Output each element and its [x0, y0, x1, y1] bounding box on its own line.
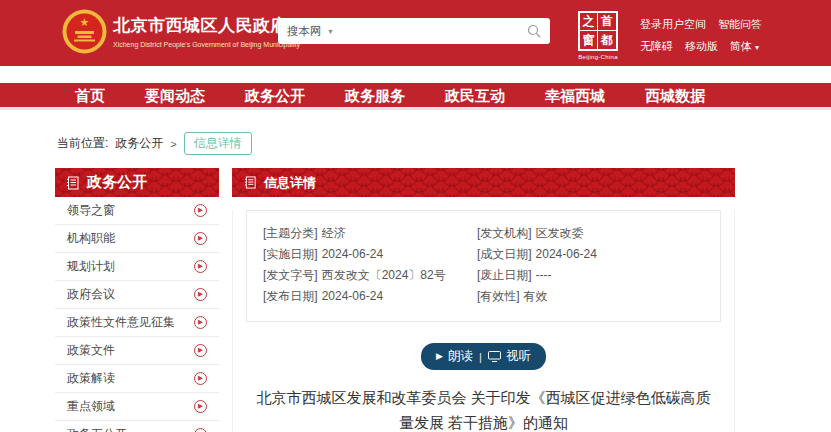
- meta-value: 2024-06-24: [322, 247, 383, 261]
- breadcrumb-current-tag: 信息详情: [184, 132, 252, 155]
- chevron-down-icon: ▾: [755, 43, 759, 52]
- play-circle-icon: ▶: [194, 400, 207, 413]
- document-icon: [244, 176, 257, 189]
- play-circle-icon: ▶: [194, 372, 207, 385]
- site-subtitle: Xicheng District People's Government of …: [113, 41, 283, 48]
- language-label: 简体: [730, 40, 752, 52]
- meta-label: [发文机构]: [477, 226, 532, 240]
- meta-label: [发布日期]: [263, 289, 318, 303]
- nav-item-gov-services[interactable]: 政务服务: [345, 87, 405, 106]
- nav-item-xicheng-data[interactable]: 西城数据: [645, 87, 705, 106]
- monitor-icon: [488, 351, 501, 362]
- meta-value: 西发改文〔2024〕82号: [322, 268, 446, 282]
- sidebar-item-policy-draft-comments[interactable]: 政策性文件意见征集▶: [55, 309, 219, 337]
- breadcrumb-prefix: 当前位置:: [57, 135, 108, 152]
- national-emblem-logo: ★: [62, 9, 107, 54]
- seal-char: 首: [598, 13, 616, 31]
- sidebar-title: 政务公开: [87, 173, 147, 192]
- meta-label: [主题分类]: [263, 226, 318, 240]
- seal-char: 之: [580, 13, 598, 31]
- meta-value: 2024-06-24: [536, 247, 597, 261]
- nav-item-interaction[interactable]: 政民互动: [445, 87, 505, 106]
- sidebar-item-org-functions[interactable]: 机构职能▶: [55, 225, 219, 253]
- panel-header: 信息详情: [232, 168, 735, 197]
- breadcrumb-section-link[interactable]: 政务公开: [115, 135, 163, 152]
- meta-right-column: [发文机构]区发改委 [成文日期]2024-06-24 [废止日期]---- […: [477, 223, 704, 307]
- sidebar-header: 政务公开: [55, 168, 219, 197]
- play-circle-icon: ▶: [194, 288, 207, 301]
- accessibility-link[interactable]: 无障碍: [640, 39, 673, 54]
- search-bar: 搜本网 ▾: [278, 18, 550, 44]
- article-title: 北京市西城区发展和改革委员会 关于印发《西城区促进绿色低碳高质量发展 若干措施》…: [255, 385, 712, 432]
- seal-caption: Beijing-China: [574, 54, 622, 60]
- sidebar-item-plans[interactable]: 规划计划▶: [55, 253, 219, 281]
- play-icon: ▶: [436, 352, 443, 361]
- svg-text:★: ★: [80, 16, 90, 28]
- sidebar-item-policy-interpretation[interactable]: 政策解读▶: [55, 365, 219, 393]
- meta-value: 区发改委: [536, 226, 584, 240]
- info-detail-panel: 信息详情 [主题分类]经济 [实施日期]2024-06-24 [发文字号]西发改…: [232, 168, 735, 432]
- nav-item-happy-xicheng[interactable]: 幸福西城: [545, 87, 605, 106]
- search-icon[interactable]: [527, 24, 541, 38]
- seal-char: 都: [598, 31, 616, 49]
- read-aloud-av-button[interactable]: ▶ 朗读 | 视听: [421, 343, 546, 370]
- sidebar-item-leaders[interactable]: 领导之窗▶: [55, 197, 219, 225]
- site-title: 北京市西城区人民政府: [113, 14, 283, 37]
- sidebar-item-key-areas[interactable]: 重点领域▶: [55, 393, 219, 421]
- mobile-version-link[interactable]: 移动版: [685, 39, 718, 54]
- play-circle-icon: ▶: [194, 204, 207, 217]
- play-circle-icon: ▶: [194, 316, 207, 329]
- audio-visual-label: 视听: [506, 348, 531, 365]
- meta-left-column: [主题分类]经济 [实施日期]2024-06-24 [发文字号]西发改文〔202…: [263, 223, 477, 307]
- meta-label: [成文日期]: [477, 247, 532, 261]
- sidebar-item-clipped[interactable]: 政务五公开▶: [55, 421, 219, 432]
- sidebar-gov-info: 政务公开 领导之窗▶ 机构职能▶ 规划计划▶ 政府会议▶ 政策性文件意见征集▶ …: [55, 168, 219, 432]
- document-meta-box: [主题分类]经济 [实施日期]2024-06-24 [发文字号]西发改文〔202…: [246, 210, 721, 322]
- sidebar-item-gov-meetings[interactable]: 政府会议▶: [55, 281, 219, 309]
- main-nav: 首页 要闻动态 政务公开 政务服务 政民互动 幸福西城 西城数据: [0, 83, 831, 110]
- seal-char: 窗: [580, 31, 598, 49]
- breadcrumb: 当前位置: 政务公开 > 信息详情: [57, 132, 252, 155]
- panel-title: 信息详情: [264, 174, 316, 192]
- meta-label: [实施日期]: [263, 247, 318, 261]
- site-header: ★ 北京市西城区人民政府 Xicheng District People's G…: [0, 0, 831, 66]
- search-input[interactable]: [343, 25, 527, 37]
- meta-label: [有效性]: [477, 289, 520, 303]
- read-aloud-label: 朗读: [448, 348, 473, 365]
- breadcrumb-separator: >: [170, 138, 176, 150]
- article-actions: ▶ 朗读 | 视听: [233, 343, 734, 370]
- sidebar-item-policy-documents[interactable]: 政策文件▶: [55, 337, 219, 365]
- page: ★ 北京市西城区人民政府 Xicheng District People's G…: [0, 0, 831, 432]
- language-toggle[interactable]: 简体 ▾: [730, 39, 759, 54]
- document-icon: [66, 176, 80, 190]
- play-circle-icon: ▶: [194, 344, 207, 357]
- nav-item-news[interactable]: 要闻动态: [145, 87, 205, 106]
- chevron-down-icon: ▾: [329, 27, 333, 36]
- utility-links: 登录用户空间 智能问答 无障碍 移动版 简体 ▾: [640, 17, 762, 61]
- play-circle-icon: ▶: [194, 428, 207, 432]
- smart-qa-link[interactable]: 智能问答: [718, 17, 762, 32]
- search-scope-dropdown[interactable]: 搜本网 ▾: [287, 24, 333, 39]
- meta-value: 2024-06-24: [322, 289, 383, 303]
- meta-label: [废止日期]: [477, 268, 532, 282]
- panel-body: [主题分类]经济 [实施日期]2024-06-24 [发文字号]西发改文〔202…: [232, 210, 735, 432]
- nav-item-home[interactable]: 首页: [75, 87, 105, 106]
- meta-value: 有效: [524, 289, 548, 303]
- meta-value: 经济: [322, 226, 346, 240]
- search-scope-label: 搜本网: [287, 24, 322, 39]
- meta-value: ----: [536, 268, 552, 282]
- play-circle-icon: ▶: [194, 260, 207, 273]
- meta-label: [发文字号]: [263, 268, 318, 282]
- nav-item-gov-info[interactable]: 政务公开: [245, 87, 305, 106]
- play-circle-icon: ▶: [194, 232, 207, 245]
- login-user-space-link[interactable]: 登录用户空间: [640, 17, 706, 32]
- divider: |: [479, 351, 482, 363]
- capital-window-seal-logo[interactable]: 之 首 窗 都: [578, 11, 618, 51]
- site-title-block: 北京市西城区人民政府 Xicheng District People's Gov…: [113, 14, 283, 48]
